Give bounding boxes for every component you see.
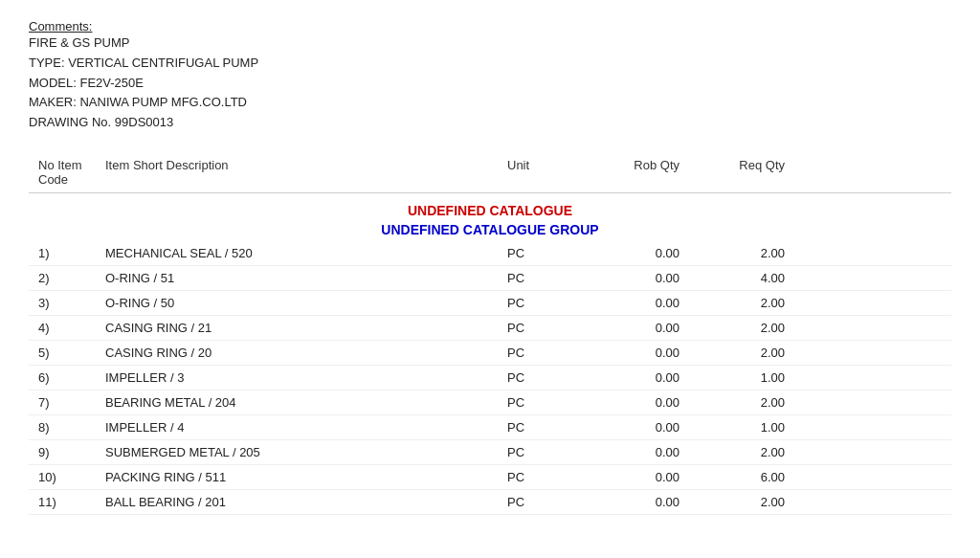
row-req-qty: 4.00 xyxy=(699,271,794,285)
row-rob-qty: 0.00 xyxy=(584,445,699,459)
row-description: SUBMERGED METAL / 205 xyxy=(105,445,507,459)
row-rob-qty: 0.00 xyxy=(584,395,699,410)
header-no: No Item Code xyxy=(29,158,105,187)
row-req-qty: 1.00 xyxy=(699,370,794,385)
row-unit: PC xyxy=(507,271,584,285)
row-no: 9) xyxy=(29,445,105,459)
row-req-qty: 2.00 xyxy=(699,445,794,459)
row-req-qty: 2.00 xyxy=(699,321,794,335)
row-rob-qty: 0.00 xyxy=(584,495,699,509)
header-unit: Unit xyxy=(507,158,584,187)
table-section: No Item Code Item Short Description Unit… xyxy=(29,152,951,515)
row-no: 7) xyxy=(29,395,105,410)
comment-line-1: FIRE & GS PUMP xyxy=(29,33,951,54)
row-unit: PC xyxy=(507,370,584,385)
comment-line-4: MAKER: NANIWA PUMP MFG.CO.LTD xyxy=(29,93,951,113)
row-req-qty: 2.00 xyxy=(699,495,794,509)
table-row: 2) O-RING / 51 PC 0.00 4.00 xyxy=(29,266,951,291)
catalogue-group: UNDEFINED CATALOGUE GROUP xyxy=(29,222,951,237)
row-no: 4) xyxy=(29,321,105,335)
row-no: 1) xyxy=(29,246,105,260)
row-no: 2) xyxy=(29,271,105,285)
comment-line-2: TYPE: VERTICAL CENTRIFUGAL PUMP xyxy=(29,54,951,74)
row-description: PACKING RING / 511 xyxy=(105,470,507,484)
row-description: O-RING / 50 xyxy=(105,296,507,310)
table-header: No Item Code Item Short Description Unit… xyxy=(29,152,951,193)
header-description: Item Short Description xyxy=(105,158,507,187)
row-description: IMPELLER / 4 xyxy=(105,420,507,435)
row-no: 11) xyxy=(29,495,105,509)
row-description: BALL BEARING / 201 xyxy=(105,495,507,509)
row-unit: PC xyxy=(507,246,584,260)
table-row: 3) O-RING / 50 PC 0.00 2.00 xyxy=(29,291,951,316)
table-row: 9) SUBMERGED METAL / 205 PC 0.00 2.00 xyxy=(29,440,951,465)
row-unit: PC xyxy=(507,321,584,335)
row-unit: PC xyxy=(507,495,584,509)
row-unit: PC xyxy=(507,296,584,310)
row-req-qty: 2.00 xyxy=(699,296,794,310)
row-description: CASING RING / 20 xyxy=(105,346,507,360)
row-unit: PC xyxy=(507,470,584,484)
comment-line-5: DRAWING No. 99DS0013 xyxy=(29,113,951,133)
row-unit: PC xyxy=(507,420,584,435)
row-no: 10) xyxy=(29,470,105,484)
table-body: 1) MECHANICAL SEAL / 520 PC 0.00 2.00 2)… xyxy=(29,241,951,515)
catalogue-labels: UNDEFINED CATALOGUE UNDEFINED CATALOGUE … xyxy=(29,193,951,241)
row-description: IMPELLER / 3 xyxy=(105,370,507,385)
row-req-qty: 2.00 xyxy=(699,395,794,410)
row-no: 8) xyxy=(29,420,105,435)
catalogue-name: UNDEFINED CATALOGUE xyxy=(29,203,951,218)
comments-section: Comments: FIRE & GS PUMP TYPE: VERTICAL … xyxy=(29,19,951,133)
row-rob-qty: 0.00 xyxy=(584,296,699,310)
row-unit: PC xyxy=(507,346,584,360)
row-req-qty: 2.00 xyxy=(699,346,794,360)
row-description: MECHANICAL SEAL / 520 xyxy=(105,246,507,260)
table-row: 8) IMPELLER / 4 PC 0.00 1.00 xyxy=(29,415,951,440)
comments-label: Comments: xyxy=(29,19,92,33)
row-rob-qty: 0.00 xyxy=(584,246,699,260)
row-rob-qty: 0.00 xyxy=(584,271,699,285)
row-unit: PC xyxy=(507,395,584,410)
comment-line-3: MODEL: FE2V-250E xyxy=(29,74,951,94)
header-rob-qty: Rob Qty xyxy=(584,158,699,187)
comments-text: FIRE & GS PUMP TYPE: VERTICAL CENTRIFUGA… xyxy=(29,33,951,133)
table-row: 5) CASING RING / 20 PC 0.00 2.00 xyxy=(29,341,951,366)
row-unit: PC xyxy=(507,445,584,459)
row-description: O-RING / 51 xyxy=(105,271,507,285)
header-req-qty: Req Qty xyxy=(699,158,794,187)
row-rob-qty: 0.00 xyxy=(584,470,699,484)
table-row: 4) CASING RING / 21 PC 0.00 2.00 xyxy=(29,316,951,341)
row-req-qty: 6.00 xyxy=(699,470,794,484)
table-row: 10) PACKING RING / 511 PC 0.00 6.00 xyxy=(29,465,951,490)
row-rob-qty: 0.00 xyxy=(584,370,699,385)
table-row: 11) BALL BEARING / 201 PC 0.00 2.00 xyxy=(29,490,951,515)
row-req-qty: 2.00 xyxy=(699,246,794,260)
row-description: CASING RING / 21 xyxy=(105,321,507,335)
row-rob-qty: 0.00 xyxy=(584,420,699,435)
table-row: 1) MECHANICAL SEAL / 520 PC 0.00 2.00 xyxy=(29,241,951,266)
table-row: 6) IMPELLER / 3 PC 0.00 1.00 xyxy=(29,366,951,391)
row-description: BEARING METAL / 204 xyxy=(105,395,507,410)
row-no: 3) xyxy=(29,296,105,310)
row-no: 5) xyxy=(29,346,105,360)
table-row: 7) BEARING METAL / 204 PC 0.00 2.00 xyxy=(29,391,951,415)
row-req-qty: 1.00 xyxy=(699,420,794,435)
row-rob-qty: 0.00 xyxy=(584,346,699,360)
row-rob-qty: 0.00 xyxy=(584,321,699,335)
row-no: 6) xyxy=(29,370,105,385)
